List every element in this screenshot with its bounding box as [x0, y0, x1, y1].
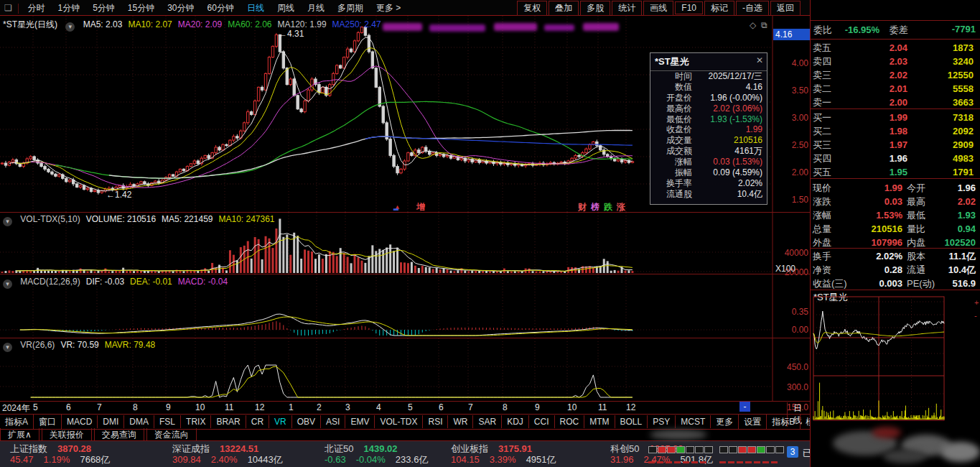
pane-divider[interactable] — [0, 274, 810, 274]
indicator-tab-WR[interactable]: WR — [448, 415, 473, 428]
orderbook-row-卖一[interactable]: 卖一2.003663 — [813, 96, 976, 109]
orderbook-row-卖三[interactable]: 卖三2.0212550 — [813, 68, 976, 82]
vr-legend: VR(26,6)VR: 70.59MAVR: 79.48 — [20, 340, 161, 350]
toolbar-button-多股[interactable]: 多股 — [580, 1, 610, 16]
toolbar-button-F10[interactable]: F10 — [675, 1, 703, 14]
toolbar-button-复权[interactable]: 复权 — [517, 1, 547, 16]
tag-button-跌[interactable]: 跌 — [604, 202, 612, 212]
month-label: 4 — [376, 402, 381, 412]
app-window-icon[interactable]: ❏ — [0, 1, 16, 13]
orderbook-row-卖五[interactable]: 卖五2.041873 — [813, 41, 976, 55]
indicator-tab-DMI[interactable]: DMI — [98, 415, 124, 428]
collapse-chevron-icon[interactable]: ▾ — [3, 279, 12, 289]
indicator-tab-EMV[interactable]: EMV — [345, 415, 375, 428]
menu-item-周线[interactable]: 周线 — [271, 0, 301, 14]
orderbook-row-买五[interactable]: 买五1.951791 — [813, 165, 976, 179]
heat-block-group — [648, 445, 714, 466]
indicator-tab-MTM[interactable]: MTM — [584, 415, 615, 428]
splitter-minus-icon[interactable]: - — [974, 311, 977, 320]
diamond-icon[interactable]: ◇ — [750, 20, 756, 30]
indicator-tab-VR[interactable]: VR — [269, 415, 292, 428]
indicator-tab-RSI[interactable]: RSI — [423, 415, 448, 428]
collapse-chevron-icon[interactable]: ▾ — [3, 343, 12, 352]
tag-button-榜[interactable]: 榜 — [591, 202, 599, 212]
toolbar-button-返回[interactable]: 返回 — [770, 1, 801, 16]
vr-header: ▾ VR(26,6)VR: 70.59MAVR: 79.48 — [3, 340, 167, 352]
menu-item-1分钟[interactable]: 1分钟 — [51, 0, 86, 14]
toolbar-button-画线[interactable]: 画线 — [643, 1, 673, 16]
indicator-tab-PSY[interactable]: PSY — [648, 415, 676, 428]
indicator-tab-更多[interactable]: 更多 — [711, 415, 739, 430]
macd-header: ▾ MACD(12,26,9)DIF: -0.03DEA: -0.01MACD:… — [3, 277, 239, 289]
collapse-minus-button[interactable]: - — [739, 402, 750, 412]
window-icon[interactable]: ⧉ — [761, 20, 767, 30]
menu-item-更多 >[interactable]: 更多 > — [370, 0, 407, 14]
indicator-tab-指标A[interactable]: 指标A — [0, 415, 34, 430]
toolbar-button--自选[interactable]: -自选 — [736, 1, 769, 16]
toolbar-button-叠加[interactable]: 叠加 — [549, 1, 579, 16]
stat-row-涨幅: 涨幅1.53%最低1.93 — [813, 208, 978, 222]
menu-item-15分钟[interactable]: 15分钟 — [121, 0, 161, 14]
orderbook-row-卖二[interactable]: 卖二2.015558 — [813, 82, 976, 96]
low-annotation: ←1.42 — [106, 190, 131, 200]
indicator-tab-ROC[interactable]: ROC — [555, 415, 585, 428]
orderbook-row-买一[interactable]: 买一1.997318 — [813, 111, 976, 124]
tag-button-财[interactable]: 财 — [578, 202, 587, 212]
index-上证指数[interactable]: 上证指数3870.2845.471.19%7668亿 — [10, 443, 164, 465]
indicator-tab-OBV[interactable]: OBV — [292, 415, 321, 428]
menu-item-5分钟[interactable]: 5分钟 — [86, 0, 121, 14]
menu-item-分时[interactable]: 分时 — [21, 0, 51, 14]
index-深证成指[interactable]: 深证成指13224.51309.842.40%10443亿 — [172, 443, 327, 465]
popup-rows: 时间2025/12/17/三数值4.16开盘价1.96 (-0.00%)最高价2… — [650, 71, 767, 200]
indicator-tab-窗口[interactable]: 窗口 — [34, 415, 62, 430]
month-label: 5 — [408, 402, 413, 412]
indicator-tab-BRAR[interactable]: BRAR — [211, 415, 246, 428]
indicator-tab-设置[interactable]: 设置 — [739, 415, 767, 430]
indicator-tab-ASI[interactable]: ASI — [321, 415, 345, 428]
indicator-tab-CR[interactable]: CR — [246, 415, 269, 428]
orderbook-row-买四[interactable]: 买四1.964983 — [813, 152, 976, 165]
indicator-tab-TRIX[interactable]: TRIX — [181, 415, 211, 428]
watermark-smudge — [583, 23, 619, 31]
month-label: 10 — [195, 402, 205, 412]
menu-item-60分钟[interactable]: 60分钟 — [201, 0, 241, 14]
month-label: 8 — [133, 402, 138, 412]
indicator-tab-CCI[interactable]: CCI — [529, 415, 555, 428]
collapse-chevron-icon[interactable]: ▾ — [65, 22, 75, 32]
orderbook-row-买二[interactable]: 买二1.982092 — [813, 124, 976, 138]
menu-item-月线[interactable]: 月线 — [301, 0, 331, 14]
divider — [0, 414, 810, 415]
popup-row-数值: 数值4.16 — [650, 82, 767, 93]
indicator-tab-指标B[interactable]: 指标B — [767, 415, 801, 430]
menu-item-日线[interactable]: 日线 — [241, 0, 271, 14]
toolbar-buttons: 复权叠加多股统计画线F10标记-自选返回 — [515, 1, 801, 16]
menu-item-多周期[interactable]: 多周期 — [331, 0, 370, 14]
indicator-tab-SAR[interactable]: SAR — [473, 415, 502, 428]
toolbar-button-标记[interactable]: 标记 — [704, 1, 734, 16]
indicator-tab-BOLL[interactable]: BOLL — [615, 415, 648, 428]
event-triangle-icon[interactable]: ▲▂ — [394, 201, 398, 211]
splitter-plus-icon[interactable]: + — [974, 298, 979, 307]
legend-label: MA10: 2.07 — [128, 19, 172, 29]
indicator-tab-DMA[interactable]: DMA — [124, 415, 154, 428]
indicator-tab-MCST[interactable]: MCST — [676, 415, 711, 428]
indicator-tab-KDJ[interactable]: KDJ — [502, 415, 529, 428]
connection-count-badge[interactable]: 3 — [787, 446, 798, 458]
toolbar-button-统计[interactable]: 统计 — [612, 1, 642, 16]
orderbook-row-卖四[interactable]: 卖四2.033240 — [813, 55, 976, 68]
menu-item-30分钟[interactable]: 30分钟 — [161, 0, 200, 14]
axis-tick: 4.00 — [774, 58, 808, 68]
orderbook-row-买三[interactable]: 买三1.972909 — [813, 138, 976, 152]
pane-divider[interactable] — [0, 338, 810, 338]
tag-button-涨[interactable]: 涨 — [617, 202, 625, 212]
data-tooltip-popup[interactable]: *ST星光 ✕ 时间2025/12/17/三数值4.16开盘价1.96 (-0.… — [650, 52, 767, 205]
index-创业板指[interactable]: 创业板指3175.91104.153.39%4951亿 — [451, 443, 605, 465]
month-label: 2 — [317, 402, 322, 412]
close-icon[interactable]: ✕ — [756, 55, 763, 65]
watermark-smudge — [650, 430, 707, 440]
indicator-tab-VOL-TDX[interactable]: VOL-TDX — [375, 415, 423, 428]
collapse-chevron-icon[interactable]: ▾ — [3, 217, 12, 226]
pane-divider[interactable] — [0, 212, 810, 213]
indicator-tab-FSL[interactable]: FSL — [154, 415, 181, 428]
indicator-tab-MACD[interactable]: MACD — [62, 415, 98, 428]
